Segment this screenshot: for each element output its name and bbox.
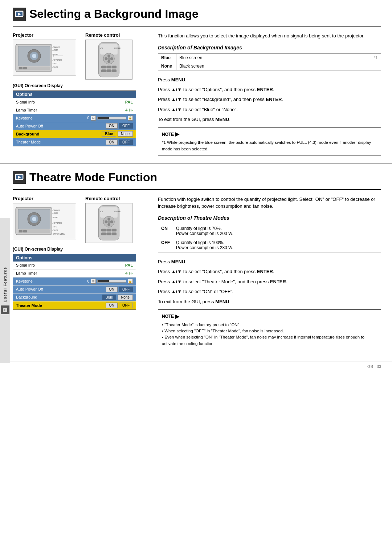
svg-text:BACK: BACK <box>53 66 58 68</box>
gui2-keystone-label: Keystone <box>16 279 87 283</box>
gui2-row-theater: Theater Mode ON OFF <box>13 301 136 309</box>
section1-right: This function allows you to select the i… <box>158 32 381 155</box>
svg-text:LAMP: LAMP <box>53 212 58 214</box>
gui2-row-signal: Signal Info PAL <box>13 262 136 270</box>
note-arrow-1: ▶ <box>175 130 179 138</box>
section2-note: NOTE ▶ • "Theater Mode" is factory prese… <box>158 309 381 350</box>
autopower2-off-btn[interactable]: OFF <box>119 287 133 292</box>
theater2-on-btn[interactable]: ON <box>106 303 118 308</box>
section2-content: Projector ON/OFF <box>13 196 381 350</box>
gui-row-theater: Theater Mode ON OFF <box>13 138 136 146</box>
svg-rect-34 <box>101 65 106 68</box>
svg-rect-12 <box>23 67 27 69</box>
autopower-on-btn[interactable]: ON <box>106 123 118 129</box>
projector-block-2: Projector ON/OFF <box>13 196 78 243</box>
desc-note-none <box>370 62 381 70</box>
background2-none-btn[interactable]: None <box>118 295 133 300</box>
ks-icon-left-2: ⊡ <box>91 279 96 284</box>
autopower-off-btn[interactable]: OFF <box>119 123 133 129</box>
gui-header-1: Options <box>13 91 136 98</box>
sidebar-label: Useful Features <box>3 267 7 303</box>
desc-key-blue: Blue <box>158 53 176 62</box>
gui-row-keystone: Keystone 0 ⊡ 🔒 <box>13 114 136 122</box>
gui2-autopower-btns: ON OFF <box>106 287 133 292</box>
svg-text:ON/OFF: ON/OFF <box>53 46 60 48</box>
projector-image-2: ON/OFF LAMP TEMP. KEYSTON INPUT BACK ENT… <box>13 203 76 239</box>
remote-block: Remote control <box>85 32 151 80</box>
gui-row-signal-label: Signal Info <box>16 100 125 104</box>
section1-instructions: Press MENU. Press ▲/▼ to select "Options… <box>158 76 381 124</box>
instr2-3: Press ▲/▼ to select "Theater Mode", and … <box>158 278 381 286</box>
section2-left: Projector ON/OFF <box>13 196 151 350</box>
section1-underline <box>13 26 381 27</box>
svg-rect-77 <box>101 233 106 236</box>
gui2-theater-btns: ON OFF <box>106 303 133 308</box>
theater-on-btn[interactable]: ON <box>106 139 118 145</box>
gui2-row-autopower: Auto Power Off ON OFF <box>13 285 136 293</box>
gui-row-lamp-label: Lamp Timer <box>16 108 125 112</box>
gui2-background-btns: Blue None <box>102 295 133 300</box>
gui-row-background-label: Background <box>16 132 102 136</box>
svg-text:INPUT: INPUT <box>53 62 58 65</box>
svg-text:LAMP: LAMP <box>53 49 58 51</box>
ks-icon-right: 🔒 <box>128 116 133 121</box>
background2-blue-btn[interactable]: Blue <box>102 295 116 300</box>
section1-title-row: Selecting a Background Image <box>13 7 381 21</box>
background-none-btn[interactable]: None <box>118 131 133 137</box>
note-text-1: *1 While projecting the blue screen, the… <box>162 139 377 152</box>
gui-box-1: Options Signal Info PAL Lamp Timer 4 H- … <box>13 90 136 146</box>
svg-text:TEMP.: TEMP. <box>53 216 58 219</box>
svg-rect-75 <box>106 229 111 232</box>
gui-row-keystone-label: Keystone <box>16 116 87 120</box>
svg-point-31 <box>105 57 108 60</box>
background-blue-btn[interactable]: Blue <box>102 131 116 137</box>
projector-block: Projector ON/OFF <box>13 32 78 80</box>
section2-icon <box>13 171 26 184</box>
theater2-off-btn[interactable]: OFF <box>119 303 133 308</box>
svg-point-69 <box>107 218 110 221</box>
svg-text:POWER: POWER <box>114 211 121 212</box>
gui-box-2: Options Signal Info PAL Lamp Timer 4 H- … <box>13 254 136 310</box>
section-background-image: Selecting a Background Image Projector <box>0 0 392 163</box>
device-row-2: Projector ON/OFF <box>13 196 151 243</box>
gui-row-signal: Signal Info PAL <box>13 98 136 106</box>
table-row: Blue Blue screen *1 <box>158 53 381 62</box>
theatre-key-off: OFF <box>158 238 173 252</box>
keystone-value-2: 0 <box>87 279 89 283</box>
svg-rect-35 <box>106 65 111 68</box>
gui2-row-background: Background Blue None <box>13 293 136 301</box>
svg-rect-76 <box>112 229 117 232</box>
instr-3: Press ▲/▼ to select "Background", and th… <box>158 95 381 104</box>
gui-row-theater-label: Theater Mode <box>16 140 106 144</box>
svg-rect-38 <box>106 69 111 72</box>
svg-text:VOL: VOL <box>100 47 103 49</box>
projector-image: ON/OFF LAMP TEMP. KEYSTON INPUT BACK <box>13 40 76 76</box>
note-header-2: NOTE ▶ <box>162 313 377 320</box>
section2-heading: Theatre Mode Function <box>29 171 157 184</box>
svg-point-70 <box>107 223 110 226</box>
desc-val-none: Black screen <box>176 62 370 70</box>
section1-note: NOTE ▶ *1 While projecting the blue scre… <box>158 127 381 155</box>
table-row: None Black screen <box>158 62 381 70</box>
gui-row-lamp-value: 4 H- <box>125 108 133 112</box>
ks-icon-right-2: 🔒 <box>128 279 133 284</box>
keystone-bar <box>97 117 126 119</box>
section2-title-row: Theatre Mode Function <box>13 171 381 184</box>
autopower2-on-btn[interactable]: ON <box>106 287 118 292</box>
svg-text:BACK: BACK <box>53 229 58 231</box>
svg-point-30 <box>107 60 110 63</box>
svg-text:KEYSTON: KEYSTON <box>53 59 62 61</box>
section1-icon <box>13 8 26 21</box>
section-theatre-mode: Theatre Mode Function Projector <box>0 163 392 357</box>
svg-text:POWER: POWER <box>114 47 121 49</box>
theater-off-btn[interactable]: OFF <box>119 139 133 145</box>
svg-point-33 <box>107 57 110 60</box>
svg-point-72 <box>110 220 113 223</box>
svg-point-9 <box>32 54 36 58</box>
gui2-signal-value: PAL <box>125 263 133 267</box>
svg-rect-39 <box>112 69 117 72</box>
svg-rect-50 <box>18 230 50 233</box>
gui2-background-label: Background <box>16 295 102 299</box>
projector-label-2: Projector <box>13 196 78 201</box>
svg-point-49 <box>32 217 36 221</box>
